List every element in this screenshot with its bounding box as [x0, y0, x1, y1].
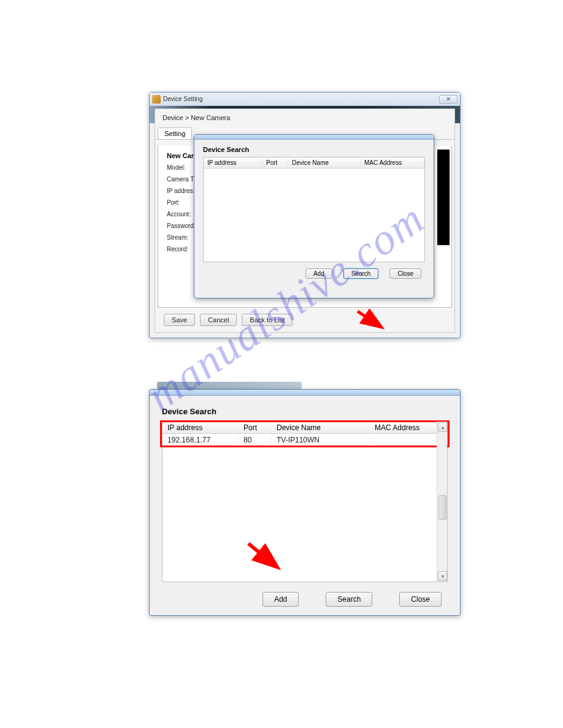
column-device-name[interactable]: Device Name [272, 423, 370, 432]
device-search-results-window: Device Search IP address Port Device Nam… [149, 389, 461, 616]
search-button[interactable]: Search [343, 268, 379, 279]
breadcrumb: Device > New Camera [155, 109, 454, 127]
popup-titlebar[interactable] [194, 135, 434, 140]
window-body: Device Search IP address Port Device Nam… [150, 396, 460, 615]
column-port[interactable]: Port [262, 159, 288, 166]
table-header-row: IP address Port Device Name MAC Address [204, 157, 424, 169]
vertical-scrollbar[interactable]: ▴ ▾ [437, 422, 447, 582]
device-setting-window: Device Setting ✕ Device > New Camera Set… [149, 92, 461, 338]
button-row: Add Search Close [162, 592, 448, 607]
scrollbar-thumb[interactable] [439, 495, 446, 520]
app-icon [152, 95, 161, 104]
device-search-popup: Device Search IP address Port Device Nam… [194, 134, 434, 298]
device-search-title: Device Search [203, 146, 425, 153]
camera-preview-placeholder [437, 150, 450, 245]
cancel-button[interactable]: Cancel [200, 314, 237, 326]
column-mac-address[interactable]: MAC Address [370, 423, 437, 432]
table-header-row: IP address Port Device Name MAC Address [163, 422, 437, 434]
window-title: Device Setting [163, 96, 202, 102]
close-button[interactable]: Close [389, 268, 421, 279]
window-close-button[interactable]: ✕ [439, 95, 458, 104]
popup-button-row: Add Search Close [203, 268, 425, 279]
cell-port: 80 [239, 436, 272, 444]
column-device-name[interactable]: Device Name [288, 159, 361, 166]
device-search-table[interactable]: IP address Port Device Name MAC Address [203, 157, 425, 262]
column-mac-address[interactable]: MAC Address [361, 159, 424, 166]
device-search-table: IP address Port Device Name MAC Address … [162, 421, 448, 582]
window-background-strip [157, 382, 302, 390]
scroll-down-button[interactable]: ▾ [438, 571, 447, 581]
back-to-list-button[interactable]: Back to List [242, 314, 293, 326]
cell-device-name: TV-IP110WN [272, 436, 370, 444]
device-search-title: Device Search [162, 407, 448, 416]
chevron-up-icon: ▴ [442, 425, 444, 430]
close-icon: ✕ [446, 96, 451, 102]
popup-body: Device Search IP address Port Device Nam… [194, 140, 434, 285]
chevron-down-icon: ▾ [442, 574, 444, 579]
window-titlebar[interactable] [150, 390, 460, 396]
window-titlebar[interactable]: Device Setting ✕ [150, 93, 460, 106]
search-button[interactable]: Search [326, 592, 372, 607]
tab-setting[interactable]: Setting [158, 127, 192, 139]
add-button[interactable]: Add [262, 592, 299, 607]
table-row[interactable]: 192.168.1.77 80 TV-IP110WN [163, 434, 437, 446]
table-body[interactable]: IP address Port Device Name MAC Address … [163, 422, 437, 582]
column-ip-address[interactable]: IP address [204, 159, 262, 166]
bottom-button-row: Save Cancel Back to List [164, 314, 293, 326]
cell-ip-address: 192.168.1.77 [163, 436, 239, 444]
add-button[interactable]: Add [305, 268, 332, 279]
scroll-up-button[interactable]: ▴ [438, 422, 447, 432]
save-button[interactable]: Save [164, 314, 195, 326]
column-ip-address[interactable]: IP address [163, 423, 239, 432]
close-button[interactable]: Close [399, 592, 442, 607]
column-port[interactable]: Port [239, 423, 272, 432]
